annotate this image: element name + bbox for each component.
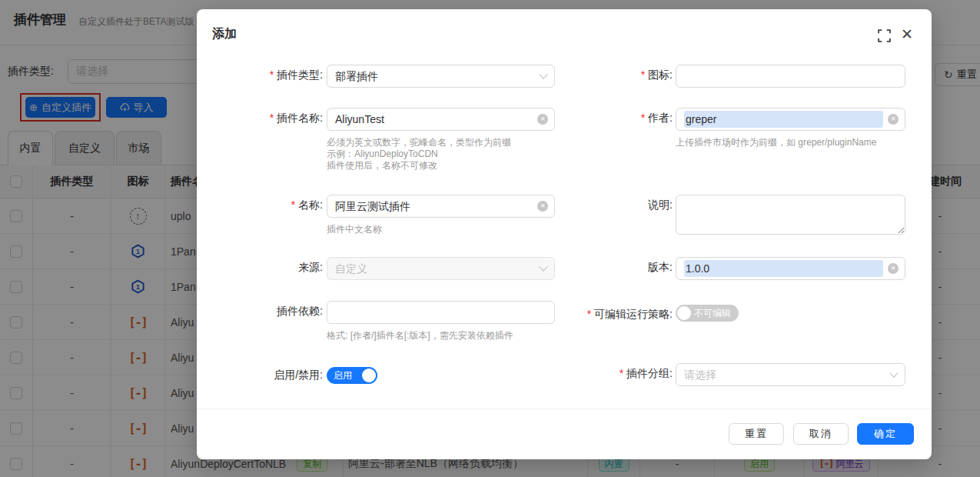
plugin-group-placeholder: 请选择 <box>684 366 886 383</box>
chevron-down-icon <box>889 369 898 377</box>
add-plugin-modal: 添加 ✕ 插件类型: 部署插件 图标: 插件名称: AliyunTest ✕ 必… <box>197 9 932 459</box>
version-label: 版本: <box>504 261 673 275</box>
author-helper: 上传插件市场时作为前缀，如 greper/pluginName <box>676 137 876 148</box>
modal-title: 添加 <box>212 26 237 42</box>
modal-reset-button[interactable]: 重置 <box>729 423 784 445</box>
version-value: 1.0.0 <box>684 260 883 277</box>
version-input[interactable]: 1.0.0 ✕ <box>676 257 905 280</box>
plugin-manager-screen: 插件管理 自定义插件处于BETA测试版， 插件类型: 请选择 ↻ 重置 ⊕ 自定… <box>0 0 980 477</box>
plugin-name-label: 插件名称: <box>212 112 323 125</box>
name-cn-label: 名称: <box>212 198 323 212</box>
plugin-name-value: AliyunTest <box>335 111 533 128</box>
name-cn-helper: 插件中文名称 <box>327 224 382 235</box>
description-label: 说明: <box>504 198 673 212</box>
author-label: 作者: <box>504 112 673 125</box>
author-value: greper <box>684 111 883 128</box>
plugin-group-label: 插件分组: <box>504 367 673 381</box>
plugin-group-select[interactable]: 请选择 <box>676 363 905 386</box>
modal-cancel-button[interactable]: 取消 <box>793 423 849 445</box>
editable-policy-toggle-label: 不可编辑 <box>694 307 731 320</box>
enabled-toggle-label: 启用 <box>334 369 352 382</box>
footer-divider <box>197 409 932 409</box>
icon-value <box>684 68 899 85</box>
plugin-name-helper-1: 必须为英文或数字，驼峰命名，类型作为前缀 <box>327 137 511 148</box>
icon-label: 图标: <box>504 68 673 82</box>
plugin-name-helper-3: 插件使用后，名称不可修改 <box>327 160 437 172</box>
editable-policy-toggle[interactable]: 不可编辑 <box>676 305 739 322</box>
modal-ok-button[interactable]: 确定 <box>857 423 914 445</box>
source-label: 来源: <box>212 261 323 275</box>
dependencies-label: 插件依赖: <box>212 305 323 319</box>
plugin-type-label: 插件类型: <box>212 68 323 82</box>
icon-input[interactable] <box>676 65 905 88</box>
editable-policy-label: 可编辑运行策略: <box>504 308 673 322</box>
clear-icon[interactable]: ✕ <box>888 114 899 125</box>
close-icon[interactable]: ✕ <box>899 26 915 43</box>
fullscreen-icon[interactable] <box>878 29 892 43</box>
clear-icon[interactable]: ✕ <box>888 263 899 274</box>
enabled-toggle[interactable]: 启用 <box>327 367 377 384</box>
dependencies-helper: 格式: [作者/]插件名[:版本]，需先安装依赖插件 <box>327 330 513 342</box>
description-textarea[interactable] <box>676 195 905 235</box>
name-cn-value: 阿里云测试插件 <box>335 198 533 215</box>
toggle-knob <box>677 306 691 320</box>
enabled-label: 启用/禁用: <box>212 369 323 382</box>
plugin-name-helper-2: 示例：AliyunDeployToCDN <box>327 148 438 160</box>
author-input[interactable]: greper ✕ <box>676 108 905 131</box>
toggle-knob <box>362 369 376 382</box>
